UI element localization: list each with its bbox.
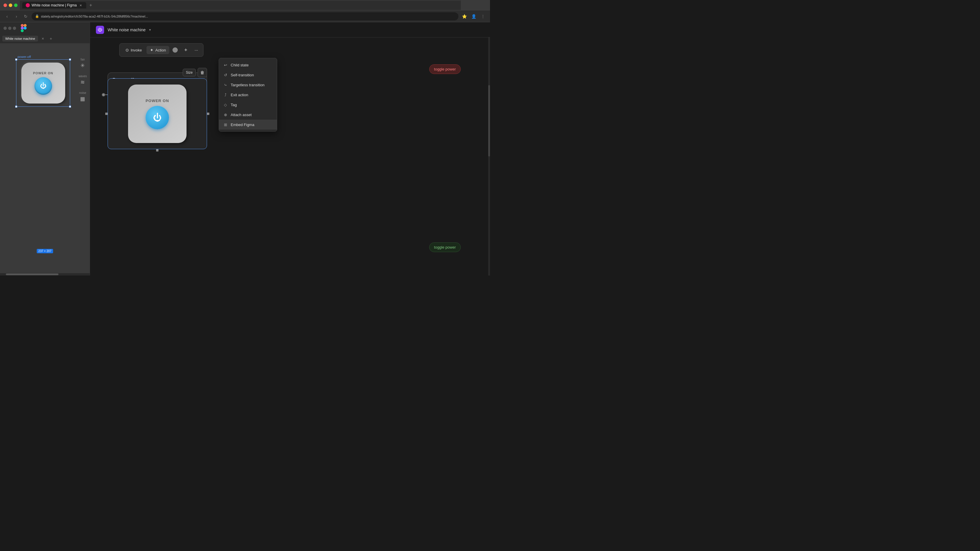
dropdown-item-targetless-label: Targetless transition: [231, 83, 264, 87]
dropdown-item-self-transition[interactable]: ↺ Self-transition: [219, 70, 277, 80]
action-button[interactable]: ✦ Action: [146, 46, 169, 54]
dropdown-item-embed-figma-label: Embed Figma: [231, 123, 255, 127]
dropdown-item-tag[interactable]: ◇ Tag: [219, 100, 277, 110]
power-button-ui: POWER ON ⏻: [21, 62, 65, 104]
extensions-button[interactable]: ⭐: [461, 13, 468, 20]
dropdown-item-child-state[interactable]: ↩ Child state: [219, 60, 277, 70]
dimension-badge: 237 × 207: [37, 249, 53, 253]
browser-tabs: White noise machine | Figma ✕ +: [20, 1, 461, 10]
dropdown-item-exit-action[interactable]: ⤴ Exit action: [219, 90, 277, 100]
noise-icon: ▦: [80, 96, 85, 102]
invoke-button[interactable]: ⊙ Invoke: [122, 46, 145, 54]
right-scrollbar-thumb[interactable]: [488, 85, 490, 156]
corner-handle-br[interactable]: [69, 105, 71, 108]
dropdown-item-targetless[interactable]: ⤷ Targetless transition: [219, 80, 277, 90]
figma-logo: [21, 24, 27, 32]
invoke-label: Invoke: [131, 48, 142, 53]
dropdown-item-attach-asset[interactable]: ⊕ Attach asset: [219, 110, 277, 119]
browser-addressbar: ‹ › ↻ 🔒 stately.ai/registry/editor/cfc50…: [0, 11, 490, 22]
tab-favicon: [26, 3, 30, 7]
dropdown-item-attach-asset-label: Attach asset: [231, 113, 252, 117]
new-tab-button[interactable]: +: [88, 2, 94, 9]
menu-button[interactable]: ⋮: [479, 13, 487, 20]
power-on-text: POWER ON: [33, 72, 53, 75]
corner-handle-tr[interactable]: [69, 59, 71, 61]
browser-titlebar: White noise machine | Figma ✕ +: [0, 0, 490, 11]
figma-new-tab[interactable]: +: [47, 35, 54, 42]
corner-handle-tl[interactable]: [15, 59, 17, 61]
browser-chrome: White noise machine | Figma ✕ + ‹ › ↻ 🔒 …: [0, 0, 490, 22]
resize-handle-left[interactable]: [105, 113, 108, 115]
dropdown-item-embed-figma[interactable]: ⊞ Embed Figma: [219, 119, 277, 129]
resize-handle-right[interactable]: [207, 113, 209, 115]
action-icon: ✦: [150, 48, 153, 53]
embed-figma-icon: ⊞: [223, 122, 228, 127]
figma-close[interactable]: [3, 27, 7, 30]
right-scrollbar[interactable]: [488, 37, 490, 276]
preview-frame: POWER ON ⏻: [108, 78, 207, 149]
figma-tab-file[interactable]: White noise machine: [2, 36, 38, 41]
waves-icon-item: waves ≋: [79, 75, 87, 85]
add-button[interactable]: +: [181, 45, 190, 55]
waves-label: waves: [79, 75, 87, 78]
invoke-icon: ⊙: [126, 48, 129, 53]
power-preview-container: Size 🗑 POWER ON: [108, 78, 207, 149]
figma-titlebar: [0, 22, 90, 34]
svg-rect-4: [21, 29, 24, 32]
side-icons: fan ✳ waves ≋ noise ▦: [79, 58, 87, 102]
toggle-power-text-top: toggle power: [434, 67, 456, 72]
node-controls: Size 🗑: [183, 68, 207, 77]
minimize-button[interactable]: [9, 3, 12, 7]
figma-scrollbar[interactable]: [0, 273, 90, 276]
maximize-button[interactable]: [14, 3, 18, 7]
fan-icon-item: fan ✳: [80, 58, 85, 69]
profile-button[interactable]: 👤: [470, 13, 477, 20]
dropdown-item-exit-action-label: Exit action: [231, 93, 248, 97]
figma-canvas[interactable]: power-off POWER ON ⏻ 237 × 207: [0, 43, 90, 273]
connection-dot: [102, 93, 105, 97]
toggle-power-label-bottom: toggle power: [429, 242, 461, 252]
lock-icon: 🔒: [35, 14, 39, 18]
stately-logo: [96, 26, 104, 34]
power-preview-text: POWER ON: [146, 99, 169, 103]
close-button[interactable]: [3, 3, 7, 7]
more-button[interactable]: ···: [191, 45, 201, 55]
svg-rect-3: [24, 27, 27, 30]
resize-handle-bottom[interactable]: [156, 149, 159, 151]
svg-rect-0: [21, 24, 24, 27]
connection-arrow: [105, 94, 108, 95]
circle-button[interactable]: [170, 45, 180, 55]
tag-icon: ◇: [223, 102, 228, 107]
stately-canvas[interactable]: ⊙ Invoke ✦ Action + ··· togg: [90, 37, 490, 276]
url-text: stately.ai/registry/editor/cfc5078a-aca2…: [41, 14, 148, 18]
chevron-down-icon: ▾: [149, 28, 151, 32]
svg-rect-1: [24, 24, 27, 27]
delete-button[interactable]: 🗑: [198, 68, 207, 77]
figma-minimize[interactable]: [8, 27, 11, 30]
tab-close-icon[interactable]: ✕: [79, 3, 83, 7]
tab-title: White noise machine | Figma: [32, 3, 77, 7]
figma-traffic-lights: [3, 27, 16, 30]
forward-button[interactable]: ›: [13, 13, 20, 20]
dropdown-item-self-transition-label: Self-transition: [231, 73, 254, 77]
figma-panel: White noise machine ✕ + power-off POWER …: [0, 22, 90, 276]
size-badge[interactable]: Size: [183, 69, 196, 76]
component-frame[interactable]: POWER ON ⏻: [16, 59, 70, 107]
dropdown-item-tag-label: Tag: [231, 103, 237, 107]
refresh-button[interactable]: ↻: [22, 13, 29, 20]
figma-scrollbar-thumb[interactable]: [6, 274, 59, 275]
power-circle: ⏻: [35, 77, 52, 95]
power-icon: ⏻: [40, 82, 46, 90]
figma-tabs: White noise machine ✕ +: [0, 34, 90, 43]
app-container: White noise machine ✕ + power-off POWER …: [0, 22, 490, 276]
back-button[interactable]: ‹: [3, 13, 11, 20]
figma-maximize[interactable]: [13, 27, 16, 30]
address-bar[interactable]: 🔒 stately.ai/registry/editor/cfc5078a-ac…: [32, 12, 458, 21]
plus-icon: +: [184, 47, 188, 53]
dropdown-menu: ↩ Child state ↺ Self-transition ⤷ Target…: [219, 58, 277, 132]
figma-tab-close[interactable]: ✕: [39, 35, 46, 42]
fan-label: fan: [81, 58, 85, 61]
corner-handle-bl[interactable]: [15, 105, 17, 108]
component-label: power-off: [18, 55, 31, 59]
active-tab[interactable]: White noise machine | Figma ✕: [22, 2, 86, 8]
